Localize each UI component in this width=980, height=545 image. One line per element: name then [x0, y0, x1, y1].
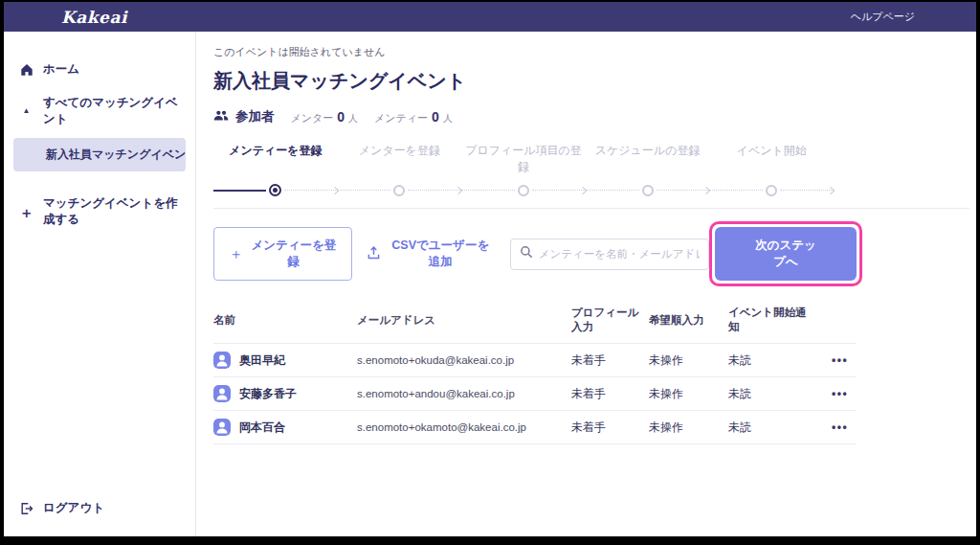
- sidebar-item-create-event[interactable]: ＋ マッチングイベントを作成する: [4, 187, 195, 237]
- step-node: [709, 184, 834, 196]
- mentee-toolbar: ＋ メンティーを登録 CSVでユーザーを追加 次のステップへ: [213, 221, 862, 286]
- mentee-email: s.enomoto+okamoto@kakeai.co.jp: [357, 421, 571, 433]
- step-circle-empty-icon: [518, 185, 529, 196]
- wish-order-status: 未操作: [649, 420, 728, 436]
- mentee-name: 奥田早紀: [239, 352, 285, 369]
- chevron-up-icon: ▲: [19, 107, 33, 115]
- step-circle-filled-icon: [269, 184, 281, 196]
- logout-button[interactable]: ログアウト: [4, 491, 195, 525]
- help-page-link[interactable]: ヘルプページ: [851, 10, 915, 24]
- mentee-count-group: メンティー 0 人: [374, 109, 453, 125]
- table-row: 安藤多香子 s.enomoto+andou@kakeai.co.jp 未着手 未…: [213, 377, 857, 411]
- notice-status: 未読: [728, 386, 814, 402]
- table-row: 岡本百合 s.enomoto+okamoto@kakeai.co.jp 未着手 …: [213, 411, 857, 444]
- mentee-unit: 人: [443, 112, 453, 125]
- page-title: 新入社員マッチングイベント: [213, 68, 976, 94]
- participants-icon: [213, 108, 229, 125]
- mentee-table: 名前 メールアドレス プロフィール入力 希望順入力 イベント開始通知 奥田早紀 …: [213, 298, 857, 444]
- mentee-name: 安藤多香子: [239, 386, 297, 402]
- row-more-menu-icon[interactable]: •••: [832, 420, 848, 434]
- mentee-label: メンティー: [374, 111, 428, 125]
- mentor-count: 0: [337, 109, 345, 125]
- user-avatar-icon: [213, 419, 231, 436]
- step-node: [461, 184, 586, 196]
- step-label-register-profile-items: プロフィール項目の登録: [461, 143, 586, 184]
- step-circle-empty-icon: [766, 185, 777, 196]
- add-mentee-button[interactable]: ＋ メンティーを登録: [213, 227, 352, 281]
- column-header-email: メールアドレス: [357, 313, 571, 328]
- plus-icon: ＋: [229, 245, 243, 263]
- mentor-count-group: メンター 0 人: [291, 109, 359, 125]
- csv-upload-label: CSVでユーザーを追加: [387, 238, 495, 270]
- sidebar-item-label: ホーム: [43, 61, 79, 78]
- mentee-search-input[interactable]: [539, 248, 700, 260]
- home-icon: [19, 63, 33, 77]
- column-header-wish-order: 希望順入力: [649, 313, 728, 328]
- user-avatar-icon: [213, 352, 231, 369]
- sidebar-item-label: マッチングイベントを作成する: [43, 195, 180, 228]
- step-circle-empty-icon: [393, 185, 405, 196]
- mentor-unit: 人: [348, 112, 358, 125]
- profile-status: 未着手: [571, 386, 649, 402]
- step-label-register-mentors: メンターを登録: [338, 143, 462, 184]
- app-window: Kakeai ヘルプページ ホーム ▲ すべてのマッチングイベント 新入社員マッ…: [4, 2, 976, 536]
- notice-status: 未読: [728, 352, 814, 369]
- sidebar-item-current-event[interactable]: 新入社員マッチングイベン...: [13, 138, 186, 171]
- mentee-name: 岡本百合: [239, 420, 285, 436]
- table-row: 奥田早紀 s.enomoto+okuda@kakeai.co.jp 未着手 未操…: [213, 344, 857, 377]
- row-more-menu-icon[interactable]: •••: [832, 353, 848, 367]
- column-header-event-start-notice: イベント開始通知: [728, 306, 814, 334]
- event-stepper: メンティーを登録 メンターを登録 プロフィール項目の登録 スケジュールの登録 イ…: [213, 143, 834, 196]
- table-header-row: 名前 メールアドレス プロフィール入力 希望順入力 イベント開始通知: [213, 298, 857, 344]
- wish-order-status: 未操作: [649, 352, 728, 369]
- mentee-search-box[interactable]: [510, 238, 709, 270]
- main-content: このイベントは開始されていません 新入社員マッチングイベント 参加者 メンター …: [196, 32, 976, 536]
- notice-status: 未読: [728, 420, 814, 436]
- wish-order-status: 未操作: [649, 386, 728, 402]
- logout-label: ログアウト: [43, 500, 104, 516]
- add-mentee-label: メンティーを登録: [251, 238, 337, 270]
- participants-label: 参加者: [235, 108, 275, 125]
- column-header-profile-input: プロフィール入力: [571, 306, 649, 334]
- mentee-count: 0: [432, 109, 439, 125]
- step-node: [586, 184, 710, 196]
- row-more-menu-icon[interactable]: •••: [832, 387, 848, 400]
- step-node: [338, 184, 462, 196]
- plus-icon: ＋: [19, 205, 33, 219]
- sidebar-item-label: すべてのマッチングイベント: [43, 95, 180, 127]
- section-divider: [213, 208, 969, 209]
- next-step-button[interactable]: 次のステップへ: [715, 227, 857, 281]
- column-header-name: 名前: [213, 313, 357, 328]
- step-node-active: [213, 184, 338, 196]
- step-label-register-mentees: メンティーを登録: [213, 143, 338, 184]
- search-icon: [520, 245, 533, 262]
- event-status-note: このイベントは開始されていません: [213, 45, 976, 59]
- step-label-register-schedule: スケジュールの登録: [586, 143, 710, 184]
- sidebar-item-all-events[interactable]: ▲ すべてのマッチングイベント: [4, 86, 195, 136]
- user-avatar-icon: [213, 385, 231, 402]
- highlight-annotation-ring: 次のステップへ: [709, 221, 862, 286]
- step-circle-empty-icon: [642, 185, 654, 196]
- mentor-label: メンター: [291, 111, 334, 125]
- step-label-start-event: イベント開始: [709, 143, 834, 184]
- mentee-email: s.enomoto+okuda@kakeai.co.jp: [357, 354, 571, 366]
- logout-icon: [19, 502, 33, 515]
- csv-upload-button[interactable]: CSVでユーザーを追加: [368, 238, 495, 270]
- kakeai-logo: Kakeai: [61, 8, 127, 27]
- mentee-email: s.enomoto+andou@kakeai.co.jp: [357, 388, 571, 399]
- profile-status: 未着手: [571, 352, 649, 369]
- top-navigation-bar: Kakeai ヘルプページ: [4, 2, 976, 32]
- step-arrow-icon: [827, 186, 835, 193]
- upload-icon: [368, 246, 380, 262]
- participants-summary: 参加者 メンター 0 人 メンティー 0 人: [213, 108, 976, 125]
- profile-status: 未着手: [571, 420, 649, 436]
- sidebar-item-home[interactable]: ホーム: [4, 53, 195, 86]
- sidebar: ホーム ▲ すべてのマッチングイベント 新入社員マッチングイベン... ＋ マッ…: [4, 32, 196, 536]
